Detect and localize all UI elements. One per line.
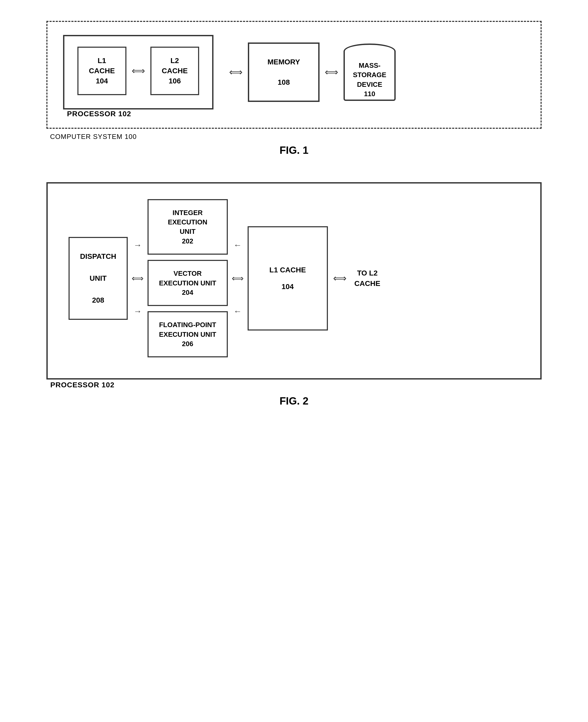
fig2-title: FIG. 2 — [46, 395, 542, 407]
l1-cache-box: L1 CACHE 104 — [78, 47, 126, 95]
float-exec-unit-box: FLOATING-POINT EXECUTION UNIT 206 — [148, 311, 228, 357]
computer-system-boundary: L1 CACHE 104 ⟺ L2 CACHE 106 PROCESSOR 10… — [46, 21, 542, 129]
l2-cache-box: L2 CACHE 106 — [150, 47, 200, 95]
memory-storage-arrow: ⟺ — [325, 67, 338, 78]
arrow-integer-l1: ← — [233, 240, 242, 250]
computer-system-label: COMPUTER SYSTEM 100 — [50, 133, 137, 141]
memory-box: MEMORY 108 — [248, 42, 319, 102]
fig2-processor-boundary: DISPATCH UNIT 208 → ⟺ → INTEGER EXECUTIO… — [46, 182, 542, 380]
cylinder-shape: MASS- STORAGE DEVICE 110 — [343, 44, 396, 101]
arrow-float-l1: ← — [233, 306, 242, 316]
fig2-components-row: DISPATCH UNIT 208 → ⟺ → INTEGER EXECUTIO… — [68, 199, 520, 358]
dispatch-exec-arrows: → ⟺ → — [132, 231, 144, 325]
arrow-vector-l1: ⟺ — [232, 273, 244, 283]
processor-box: L1 CACHE 104 ⟺ L2 CACHE 106 PROCESSOR 10… — [63, 35, 213, 109]
to-l2-label: TO L2 CACHE — [355, 268, 380, 288]
l2-memory-arrow: ⟺ — [229, 67, 243, 78]
arrow-to-integer: → — [133, 240, 142, 250]
fig1-components-row: L1 CACHE 104 ⟺ L2 CACHE 106 PROCESSOR 10… — [63, 35, 525, 109]
mass-storage-label: MASS- STORAGE DEVICE 110 — [353, 61, 386, 99]
arrow-l1-l2: ⟺ — [333, 273, 346, 284]
execution-units-stack: INTEGER EXECUTION UNIT 202 VECTOR EXECUT… — [148, 199, 228, 358]
integer-exec-unit-box: INTEGER EXECUTION UNIT 202 — [148, 199, 228, 255]
arrow-to-float: → — [133, 306, 142, 316]
exec-l1-arrows: ← ⟺ ← — [232, 231, 244, 325]
l1-l2-arrow-fig2: ⟺ — [333, 273, 346, 284]
fig2-processor-label: PROCESSOR 102 — [50, 381, 114, 389]
vector-exec-unit-box: VECTOR EXECUTION UNIT 204 — [148, 260, 228, 306]
processor-label: PROCESSOR 102 — [67, 110, 131, 118]
fig2-diagram: DISPATCH UNIT 208 → ⟺ → INTEGER EXECUTIO… — [46, 182, 542, 418]
mass-storage-box: MASS- STORAGE DEVICE 110 — [343, 44, 396, 101]
fig1-title: FIG. 1 — [46, 144, 542, 156]
l1-cache-fig2-box: L1 CACHE 104 — [248, 226, 328, 331]
fig1-diagram: L1 CACHE 104 ⟺ L2 CACHE 106 PROCESSOR 10… — [46, 21, 542, 167]
dispatch-unit-box: DISPATCH UNIT 208 — [68, 237, 128, 320]
arrow-to-vector: ⟺ — [132, 273, 144, 283]
l1-l2-arrow: ⟺ — [132, 65, 145, 77]
